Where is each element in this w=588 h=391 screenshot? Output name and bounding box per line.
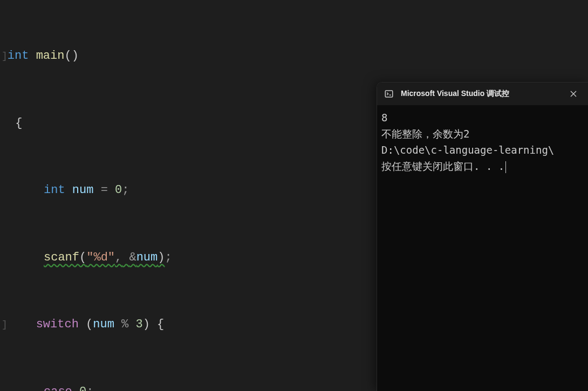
- console-title: Microsoft Visual Studio 调试控: [401, 89, 559, 99]
- var-name: num: [72, 183, 94, 197]
- code-line[interactable]: ]int main(): [8, 45, 588, 67]
- paren-close: ): [143, 318, 150, 331]
- colon: :: [86, 385, 93, 392]
- str-literal: "%d": [86, 251, 115, 264]
- cursor-caret: [505, 161, 506, 173]
- svg-rect-0: [385, 91, 393, 97]
- func-name: main: [36, 49, 65, 63]
- terminal-icon: [384, 88, 394, 99]
- kw-type: int: [8, 49, 29, 63]
- kw-switch: switch: [36, 318, 79, 331]
- bracket-marker: ]: [2, 319, 8, 330]
- num-literal: 0: [79, 385, 86, 392]
- paren-close: ): [158, 251, 165, 264]
- console-titlebar[interactable]: Microsoft Visual Studio 调试控: [377, 83, 588, 105]
- var-name: num: [93, 318, 114, 331]
- bracket-marker: ]: [2, 51, 8, 61]
- op-eq: =: [101, 183, 108, 197]
- comma: ,: [115, 251, 122, 264]
- kw-type: int: [44, 183, 65, 197]
- paren: (): [64, 49, 78, 63]
- paren: (: [86, 318, 93, 331]
- func-name-warning: scanf: [44, 251, 79, 264]
- console-output[interactable]: 8不能整除，余数为2D:\code\c-language-learning\按任…: [377, 105, 588, 179]
- brace-open: {: [15, 116, 22, 130]
- kw-case: case: [44, 385, 72, 392]
- num-literal: 3: [135, 318, 142, 331]
- paren: (: [79, 251, 86, 264]
- console-line: 不能整除，余数为2: [381, 126, 584, 142]
- num-literal: 0: [115, 183, 122, 197]
- console-line: 8: [381, 109, 584, 126]
- console-line: D:\code\c-language-learning\: [381, 142, 584, 158]
- debug-console-window[interactable]: Microsoft Visual Studio 调试控 8不能整除，余数为2D:…: [377, 82, 588, 391]
- brace-open: {: [157, 318, 164, 331]
- var-name: num: [136, 251, 158, 264]
- semicolon: ;: [122, 183, 129, 197]
- semicolon: ;: [165, 251, 172, 264]
- op-amp: &: [129, 251, 136, 264]
- close-button[interactable]: [565, 86, 582, 102]
- console-line: 按任意键关闭此窗口. . .: [381, 158, 584, 174]
- op-mod: %: [121, 318, 128, 331]
